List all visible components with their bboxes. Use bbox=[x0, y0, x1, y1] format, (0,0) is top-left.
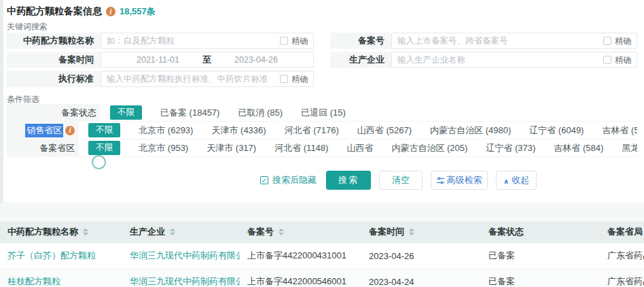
page-header: 中药配方颗粒备案信息 i 18,557条 bbox=[7, 5, 156, 18]
filter-option[interactable]: 北京市 (6293) bbox=[139, 124, 193, 137]
record-cell: 上市备字4422000546001 bbox=[240, 269, 361, 287]
precise-label: 精确 bbox=[615, 35, 631, 47]
exec-standard-precise[interactable]: 精确 bbox=[280, 73, 308, 85]
filter-option[interactable]: 天津市 (4336) bbox=[211, 124, 266, 137]
filter-row-sales-province: 销售省区 i 不限 北京市 (6293)天津市 (4336)河北省 (7176)… bbox=[7, 122, 637, 139]
column-header[interactable]: 备案时间 bbox=[361, 222, 481, 243]
record-link[interactable]: 芥子（白芥）配方颗粒 bbox=[0, 243, 122, 269]
record-link[interactable]: 桂枝配方颗粒 bbox=[0, 269, 122, 287]
filter-option[interactable]: 吉林省 (5174) bbox=[602, 124, 637, 137]
filter-option[interactable]: 山西省 bbox=[346, 142, 373, 154]
sales-province-filter-label: 销售省区 i bbox=[7, 122, 79, 139]
info-icon[interactable]: i bbox=[65, 126, 75, 135]
record-cell: 2023-04-26 bbox=[361, 243, 481, 269]
manufacturer-placeholder: 输入生产企业名称 bbox=[397, 54, 599, 66]
hide-after-search-label: 搜索后隐藏 bbox=[272, 174, 317, 186]
column-header[interactable]: 备案号 bbox=[240, 222, 361, 243]
checkbox-icon[interactable] bbox=[603, 56, 611, 64]
column-header-label: 生产企业 bbox=[130, 226, 165, 237]
search-button[interactable]: 搜索 bbox=[326, 171, 371, 190]
filter-option[interactable]: 已取消 (85) bbox=[238, 107, 283, 119]
filter-option[interactable]: 河北省 (1148) bbox=[274, 142, 328, 154]
record-cell: 广东省药品监 bbox=[600, 243, 644, 269]
date-from-value[interactable]: 2021-11-01 bbox=[137, 55, 179, 65]
filter-option[interactable]: 山西省 (5267) bbox=[357, 124, 412, 137]
filter-option[interactable]: 辽宁省 (373) bbox=[486, 142, 535, 154]
granule-name-precise[interactable]: 精确 bbox=[280, 35, 308, 47]
column-header-label: 备案号 bbox=[247, 226, 274, 237]
column-header[interactable]: 中药配方颗粒名称 bbox=[0, 222, 122, 243]
column-header-label: 中药配方颗粒名称 bbox=[7, 226, 78, 237]
filter-option[interactable]: 内蒙古自治区 (4980) bbox=[430, 124, 511, 137]
click-indicator-circle bbox=[92, 155, 106, 169]
left-edge-strip bbox=[0, 0, 3, 203]
manufacturer-label: 生产企业 bbox=[330, 52, 391, 68]
filter-row-filing-status: 备案状态 不限 已备案 (18457)已取消 (85)已退回 (15) bbox=[7, 104, 637, 122]
filing-status-filter-label: 备案状态 bbox=[7, 104, 101, 122]
filter-option[interactable]: 已备案 (18457) bbox=[160, 107, 219, 119]
filter-option[interactable]: 已退回 (15) bbox=[301, 107, 346, 119]
sort-icon[interactable] bbox=[170, 229, 175, 235]
date-separator: 至 bbox=[202, 54, 211, 66]
results-table: 中药配方颗粒名称生产企业备案号备案时间备案状态备案省局 芥子（白芥）配方颗粒华润… bbox=[0, 222, 644, 287]
filter-option[interactable]: 黑龙江省 (14) bbox=[622, 142, 637, 154]
record-link[interactable]: 华润三九现代中药制药有限公司 bbox=[122, 269, 240, 287]
filing-number-input[interactable]: 输入上市备案号、跨省备案号 精确 bbox=[391, 33, 637, 49]
record-cell: 上市备字4422000431001 bbox=[240, 243, 361, 269]
manufacturer-precise[interactable]: 精确 bbox=[603, 54, 631, 66]
record-cell: 广东省药品监 bbox=[600, 269, 644, 287]
advanced-search-button[interactable]: 高级检索 bbox=[431, 171, 488, 190]
field-granule-name: 中药配方颗粒名称 如：白及配方颗粒 精确 bbox=[7, 33, 314, 49]
filter-row-filing-province: 备案省区 不限 北京市 (953)天津市 (317)河北省 (1148)山西省内… bbox=[7, 139, 637, 157]
precise-label: 精确 bbox=[291, 35, 308, 47]
field-filing-date: 备案时间 2021-11-01 至 2023-04-26 bbox=[7, 52, 314, 68]
granule-name-placeholder: 如：白及配方颗粒 bbox=[107, 35, 276, 47]
keyword-search-section-label: 关键词搜索 bbox=[7, 21, 48, 33]
checkbox-checked-icon[interactable]: ✓ bbox=[260, 176, 268, 184]
action-bar: ✓ 搜索后隐藏 搜索 清空 高级检索 ∧ 收起 bbox=[260, 171, 537, 190]
record-link[interactable]: 华润三九现代中药制药有限公司 bbox=[122, 243, 240, 269]
info-icon[interactable]: i bbox=[106, 7, 115, 16]
advanced-search-icon bbox=[437, 177, 444, 184]
collapse-button[interactable]: ∧ 收起 bbox=[496, 171, 537, 190]
sort-icon[interactable] bbox=[279, 229, 284, 235]
granule-name-label: 中药配方颗粒名称 bbox=[7, 33, 101, 49]
exec-standard-placeholder: 输入中药配方颗粒执行标准、中药饮片标准 bbox=[107, 73, 276, 85]
granule-name-input[interactable]: 如：白及配方颗粒 精确 bbox=[101, 33, 314, 49]
filter-selected-chip[interactable]: 不限 bbox=[110, 105, 142, 120]
filter-option[interactable]: 天津市 (317) bbox=[207, 142, 256, 154]
checkbox-icon[interactable] bbox=[603, 37, 611, 45]
search-panel: 中药配方颗粒备案信息 i 18,557条 关键词搜索 中药配方颗粒名称 如：白及… bbox=[0, 0, 644, 203]
checkbox-icon[interactable] bbox=[280, 37, 288, 45]
filing-number-precise[interactable]: 精确 bbox=[603, 35, 631, 47]
filter-option[interactable]: 辽宁省 (6049) bbox=[529, 124, 584, 137]
table-header-row: 中药配方颗粒名称生产企业备案号备案时间备案状态备案省局 bbox=[0, 222, 644, 243]
exec-standard-input[interactable]: 输入中药配方颗粒执行标准、中药饮片标准 精确 bbox=[101, 71, 314, 87]
filter-selected-chip[interactable]: 不限 bbox=[88, 141, 120, 155]
date-to-value[interactable]: 2023-04-26 bbox=[234, 55, 278, 65]
clear-button[interactable]: 清空 bbox=[379, 171, 423, 190]
exec-standard-label: 执行标准 bbox=[7, 71, 101, 87]
filter-selected-chip[interactable]: 不限 bbox=[88, 123, 120, 137]
filing-province-options: 不限 北京市 (953)天津市 (317)河北省 (1148)山西省内蒙古自治区… bbox=[79, 141, 637, 155]
field-exec-standard: 执行标准 输入中药配方颗粒执行标准、中药饮片标准 精确 bbox=[7, 71, 314, 87]
field-manufacturer: 生产企业 输入生产企业名称 精确 bbox=[330, 52, 637, 68]
filing-date-range-input[interactable]: 2021-11-01 至 2023-04-26 bbox=[101, 52, 314, 68]
column-header[interactable]: 生产企业 bbox=[122, 222, 240, 243]
manufacturer-input[interactable]: 输入生产企业名称 精确 bbox=[391, 52, 637, 68]
filing-status-options: 不限 已备案 (18457)已取消 (85)已退回 (15) bbox=[101, 105, 346, 120]
record-cell: 已备案 bbox=[481, 243, 600, 269]
sort-icon[interactable] bbox=[83, 229, 88, 235]
sort-icon[interactable] bbox=[409, 229, 414, 235]
filing-number-placeholder: 输入上市备案号、跨省备案号 bbox=[397, 35, 599, 47]
column-header-label: 备案状态 bbox=[488, 226, 524, 237]
table-row: 桂枝配方颗粒华润三九现代中药制药有限公司上市备字4422000546001202… bbox=[0, 269, 644, 287]
column-header-label: 备案时间 bbox=[369, 226, 404, 237]
filter-option[interactable]: 内蒙古自治区 (205) bbox=[391, 142, 467, 154]
checkbox-icon[interactable] bbox=[280, 75, 288, 83]
filter-option[interactable]: 河北省 (7176) bbox=[285, 124, 339, 137]
filing-number-label: 备案号 bbox=[330, 33, 391, 49]
filter-option[interactable]: 北京市 (953) bbox=[139, 142, 188, 154]
filter-option[interactable]: 吉林省 (584) bbox=[554, 142, 603, 154]
hide-after-search-toggle[interactable]: ✓ 搜索后隐藏 bbox=[260, 174, 317, 186]
